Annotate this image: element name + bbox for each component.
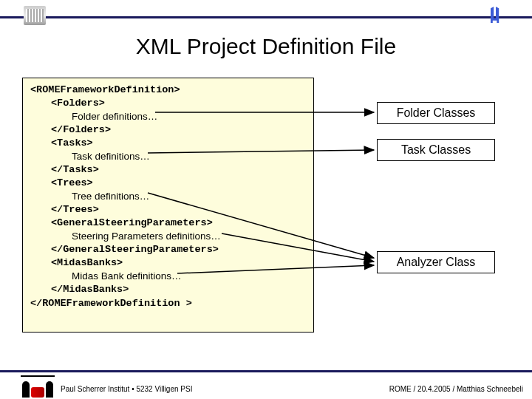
code-line: </Folders> xyxy=(30,123,306,137)
psi-logo-icon xyxy=(21,375,55,398)
code-line: </MidasBanks> xyxy=(30,283,306,296)
footer-rule xyxy=(0,370,532,372)
code-line: Tree definitions… xyxy=(30,190,306,203)
footer-right-text: ROME / 20.4.2005 / Matthias Schneebeli xyxy=(389,385,523,393)
code-line: </Trees> xyxy=(30,203,306,216)
code-line: </Tasks> xyxy=(30,163,306,177)
code-line: </GeneralSteeringParameters> xyxy=(30,243,306,256)
code-line: Folder definitions… xyxy=(30,110,306,123)
mu-logo-icon xyxy=(485,4,507,25)
code-line: </ROMEFrameworkDefinition > xyxy=(30,298,192,309)
code-line: <Trees> xyxy=(30,177,306,190)
code-line: <Tasks> xyxy=(30,137,306,150)
xml-code-block: <ROMEFrameworkDefinition> <Folders> Fold… xyxy=(22,78,314,332)
code-line: <Folders> xyxy=(30,97,306,110)
footer-left-text: Paul Scherrer Institut • 5232 Villigen P… xyxy=(61,385,192,393)
code-line: <MidasBanks> xyxy=(30,256,306,270)
code-line: Task definitions… xyxy=(30,150,306,163)
code-line: Midas Bank definitions… xyxy=(30,270,306,283)
code-line: <GeneralSteeringParameters> xyxy=(30,216,306,230)
label-analyzer-class: Analyzer Class xyxy=(377,251,495,273)
label-task-classes: Task Classes xyxy=(377,139,495,161)
header-rule xyxy=(0,16,532,18)
page-title: XML Project Definition File xyxy=(0,34,532,59)
code-line: <ROMEFrameworkDefinition> xyxy=(30,84,180,95)
code-line: Steering Parameters definitions… xyxy=(30,230,306,243)
building-icon xyxy=(24,6,46,25)
label-folder-classes: Folder Classes xyxy=(377,102,495,124)
